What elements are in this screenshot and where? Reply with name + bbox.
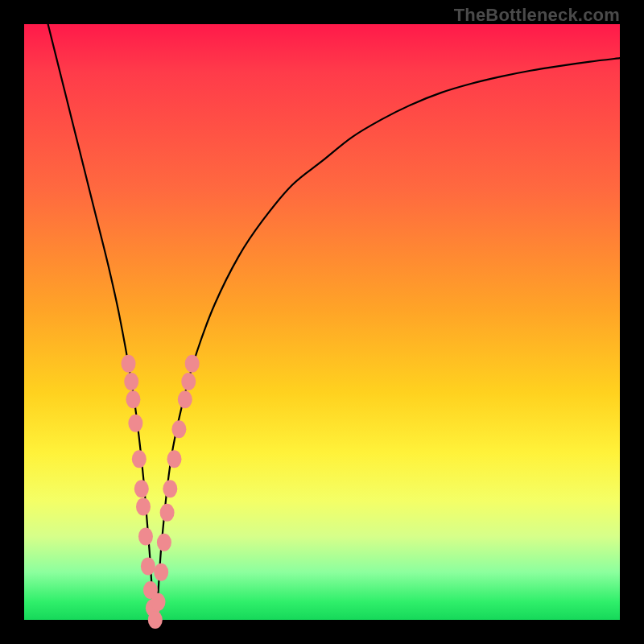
chart-frame: TheBottleneck.com [0, 0, 644, 644]
curve-markers [122, 355, 200, 629]
watermark-text: TheBottleneck.com [454, 5, 620, 26]
curve-marker [178, 390, 192, 408]
curve-marker [185, 355, 200, 373]
curve-marker [134, 480, 149, 497]
curve-marker [157, 534, 171, 551]
curve-marker [163, 480, 177, 497]
chart-overlay [24, 24, 620, 620]
curve-marker [138, 527, 153, 545]
curve-marker [126, 390, 140, 408]
curve-marker [171, 420, 186, 438]
curve-marker [128, 415, 142, 432]
curve-marker [154, 564, 168, 581]
curve-marker [181, 373, 196, 390]
curve-marker [136, 497, 151, 515]
curve-marker [148, 611, 163, 629]
curve-marker [141, 557, 155, 575]
curve-marker [167, 450, 181, 468]
curve-marker [132, 450, 147, 468]
curve-marker [160, 504, 175, 522]
bottleneck-curve [48, 24, 620, 620]
curve-marker [151, 593, 166, 611]
curve-marker [122, 355, 136, 373]
curve-marker [124, 373, 138, 390]
